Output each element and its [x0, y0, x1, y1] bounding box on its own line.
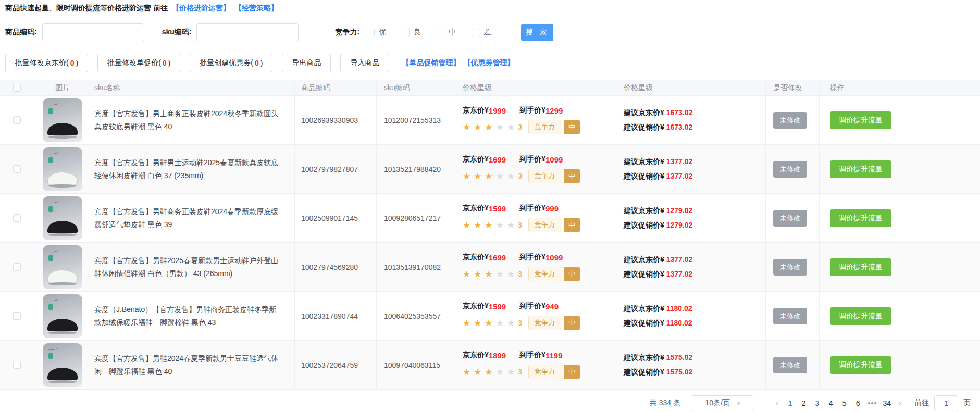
table-row: 宾度（J.Benato）【官方发售】男鞋商务正装皮鞋冬季新款加绒保暖乐福鞋一脚蹬… [0, 292, 980, 341]
product-thumbnail[interactable] [43, 147, 82, 191]
product-code-input[interactable] [42, 23, 144, 41]
filter-bar: 商品编码: sku编码: 竞争力: 优 良 中 差 搜 索 [0, 17, 980, 47]
row-checkbox[interactable] [13, 361, 21, 369]
goto-page-input[interactable] [934, 395, 958, 411]
page-number-last[interactable]: 34 [880, 399, 894, 407]
star-rating: ★★★★★ [463, 367, 518, 378]
export-products-button[interactable]: 导出商品 [282, 54, 331, 72]
row-image-cell [34, 194, 91, 242]
more-pages-ellipsis[interactable]: ••• [865, 399, 880, 407]
page-number-3[interactable]: 3 [811, 399, 824, 407]
sku-code-text: 10135139170082 [384, 263, 441, 271]
row-checkbox[interactable] [13, 263, 21, 271]
competitiveness-chip: 竞争力 [528, 316, 561, 330]
product-thumbnail[interactable] [43, 196, 82, 240]
select-all-checkbox[interactable] [13, 84, 21, 92]
bulk-coupon-count: 0 [253, 59, 260, 67]
brand-script-logo [47, 101, 59, 106]
link-price-advanced-operation[interactable]: 【价格进阶运营】 [172, 4, 230, 13]
shoe-image [47, 123, 78, 135]
product-thumbnail[interactable] [43, 343, 82, 387]
competitiveness-option-excellent[interactable]: 优 [367, 28, 386, 37]
page-number-4[interactable]: 4 [824, 399, 838, 407]
link-single-promo-management[interactable]: 【单品促销管理】 [402, 58, 460, 68]
page-number-2[interactable]: 2 [797, 399, 811, 407]
suggest-promo-value: 1180.02 [666, 319, 692, 327]
competitiveness-option-good[interactable]: 良 [402, 28, 421, 37]
search-button[interactable]: 搜 索 [521, 24, 553, 41]
hand-price-label: 到手价¥ [519, 302, 545, 311]
prev-page-arrow[interactable]: ‹ [771, 398, 784, 408]
competitiveness-option-medium[interactable]: 中 [437, 28, 456, 37]
row-image-cell [34, 145, 91, 193]
suggest-price-cell: 建议京东价¥ 1180.02 建议促销价¥ 1180.02 [609, 292, 766, 340]
adjust-price-boost-traffic-button[interactable]: 调价提升流量 [830, 160, 891, 178]
toolbar: 批量修改京东价( 0 ) 批量修改单促价( 0 ) 批量创建优惠券( 0 ) 导… [0, 47, 980, 80]
modify-status-badge: 未修改 [773, 308, 807, 324]
star-rating: ★★★★★ [463, 220, 518, 231]
link-business-strategy[interactable]: 【经营策略】 [234, 4, 278, 13]
row-checkbox[interactable] [13, 312, 21, 320]
next-page-arrow[interactable]: › [894, 398, 906, 408]
import-products-button[interactable]: 导入商品 [340, 54, 389, 72]
header-sku-name: sku名称 [91, 80, 295, 95]
suggest-price-cell: 建议京东价¥ 1377.02 建议促销价¥ 1377.02 [609, 243, 766, 291]
page-number-6[interactable]: 6 [851, 399, 865, 407]
header-price-star-1: 价格星级 [452, 80, 609, 95]
page-number-5[interactable]: 5 [838, 399, 851, 407]
cert-badge-icon [48, 157, 53, 163]
row-checkbox[interactable] [13, 116, 21, 124]
row-checkbox[interactable] [13, 214, 21, 222]
link-coupon-management[interactable]: 【优惠券管理】 [463, 58, 514, 68]
competitiveness-filter-group: 优 良 中 差 [367, 28, 506, 37]
adjust-price-boost-traffic-button[interactable]: 调价提升流量 [830, 209, 891, 227]
price-star-cell: 京东价¥ 1999 到手价¥ 1299 ★★★★★ 3 竞争力 中 [452, 96, 609, 144]
row-select-cell [0, 341, 34, 389]
suggest-jd-value: 1377.02 [666, 157, 693, 166]
product-code-text: 10025099017145 [301, 214, 358, 222]
suggest-promo-value: 1673.02 [666, 123, 693, 131]
checkbox-good[interactable] [402, 29, 410, 36]
competitiveness-chip: 竞争力 [528, 169, 561, 183]
checkbox-excellent[interactable] [367, 29, 375, 36]
modify-status-badge: 未修改 [773, 112, 807, 129]
bulk-edit-promo-price-button[interactable]: 批量修改单促价( 0 ) [97, 54, 180, 72]
adjust-price-boost-traffic-button[interactable]: 调价提升流量 [830, 307, 891, 325]
checkbox-poor[interactable] [472, 29, 479, 36]
sku-name-cell: 宾度【官方发售】男士商务正装皮鞋2024秋冬季新款圆头真皮软底男鞋潮 黑色 40 [91, 96, 295, 144]
hand-price-value: 1099 [545, 253, 563, 262]
product-code-cell: 10027974569280 [295, 243, 377, 291]
page-size-select[interactable]: 10条/页 ▾ [692, 395, 753, 411]
action-cell: 调价提升流量 [820, 96, 980, 144]
checkbox-medium[interactable] [437, 29, 444, 36]
shoe-image [47, 368, 78, 380]
page-number-1[interactable]: 1 [784, 399, 797, 407]
adjust-price-boost-traffic-button[interactable]: 调价提升流量 [830, 356, 891, 374]
sku-name-text: 宾度【官方发售】男鞋商务正装皮鞋2024春季新款厚底缓震舒适气垫皮鞋 黑色 39 [94, 205, 283, 231]
suggest-jd-value: 1279.02 [666, 206, 693, 215]
jd-price-label: 京东价¥ [463, 204, 489, 213]
bulk-edit-jd-price-button[interactable]: 批量修改京东价( 0 ) [5, 54, 88, 72]
suggest-jd-label: 建议京东价¥ [624, 157, 664, 166]
jd-price-label: 京东价¥ [463, 351, 489, 360]
product-code-cell: 10025372064759 [295, 341, 377, 389]
suggest-jd-label: 建议京东价¥ [624, 304, 664, 313]
row-select-cell [0, 292, 34, 340]
chevron-down-icon: ▾ [737, 400, 740, 407]
sku-code-input[interactable] [196, 23, 299, 41]
competitiveness-option-poor[interactable]: 差 [472, 28, 491, 37]
product-thumbnail[interactable] [43, 245, 82, 289]
bulk-create-coupon-button[interactable]: 批量创建优惠券( 0 ) [190, 54, 272, 72]
product-thumbnail[interactable] [43, 294, 82, 338]
row-select-cell [0, 243, 34, 291]
sku-name-text: 宾度【官方发售】男鞋2025春夏新款男士运动鞋户外登山鞋休闲情侣鞋潮 白色（男款… [94, 254, 283, 280]
cert-badge-icon [48, 206, 53, 212]
table-row: 宾度【官方发售】男士商务正装皮鞋2024秋冬季新款圆头真皮软底男鞋潮 黑色 40… [0, 96, 980, 145]
hand-price-label: 到手价¥ [519, 253, 545, 262]
adjust-price-boost-traffic-button[interactable]: 调价提升流量 [830, 258, 891, 276]
suggest-jd-value: 1180.02 [666, 304, 692, 313]
competitiveness-level-badge: 中 [564, 169, 580, 183]
row-checkbox[interactable] [13, 165, 21, 173]
adjust-price-boost-traffic-button[interactable]: 调价提升流量 [830, 111, 891, 129]
product-thumbnail[interactable] [43, 98, 82, 142]
